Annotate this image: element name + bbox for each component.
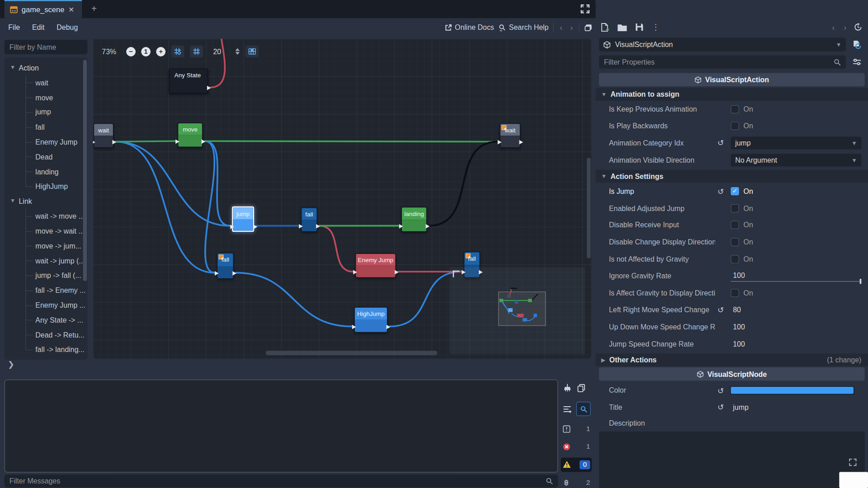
input-port[interactable]	[352, 324, 356, 329]
section-other-actions[interactable]: ▶Other Actions(1 change)	[596, 354, 868, 366]
slider-field[interactable]: 100	[731, 269, 861, 282]
property-tools-icon[interactable]	[849, 55, 864, 68]
save-resource-icon[interactable]	[635, 23, 644, 32]
revert-icon[interactable]: ↺	[717, 187, 724, 196]
snap-distance-value[interactable]: 20	[213, 47, 227, 56]
input-port[interactable]	[175, 139, 179, 144]
link-filter-badge[interactable]: 2	[561, 475, 592, 488]
warning-filter-badge[interactable]: 0	[561, 457, 592, 472]
checkbox[interactable]	[731, 122, 739, 130]
revert-icon[interactable]: ↺	[717, 305, 724, 314]
section-animation-to-assign[interactable]: ▼Animation to assign	[596, 88, 868, 101]
checkbox[interactable]	[731, 255, 739, 263]
sidebar-item-move[interactable]: move	[5, 90, 88, 105]
resource-type-dropdown[interactable]: VisualScriptAction ▼	[599, 38, 846, 52]
graph-node-wait[interactable]: wait	[94, 123, 113, 148]
input-port[interactable]	[498, 140, 502, 144]
checkbox[interactable]	[731, 221, 739, 229]
input-port[interactable]	[299, 224, 303, 228]
tree-section-link[interactable]: ▼Link	[5, 194, 88, 209]
description-textarea[interactable]	[599, 431, 865, 488]
menu-file[interactable]: File	[2, 23, 26, 31]
output-port[interactable]	[395, 270, 399, 274]
sidebar-item-move-wait[interactable]: move -> wait ...	[5, 224, 88, 239]
input-port[interactable]	[215, 271, 219, 275]
sidebar-item-move-jum[interactable]: move -> jum...	[5, 239, 88, 253]
checkbox[interactable]	[731, 105, 739, 113]
filter-by-name-input[interactable]: Filter by Name	[5, 40, 88, 54]
load-resource-icon[interactable]	[617, 23, 627, 31]
revert-icon[interactable]: ↺	[717, 139, 724, 148]
collapse-messages-icon[interactable]	[562, 405, 572, 413]
output-port[interactable]	[232, 271, 236, 275]
output-port[interactable]	[207, 85, 211, 90]
sidebar-item-landing[interactable]: landing	[5, 164, 88, 179]
search-help-button[interactable]: Search Help	[499, 23, 549, 31]
message-filter-badge[interactable]: 1	[561, 422, 592, 436]
expand-graph-icon[interactable]	[580, 4, 591, 15]
expand-description-icon[interactable]	[849, 458, 857, 466]
sidebar-item-fall[interactable]: fall	[5, 120, 88, 135]
tree-section-action[interactable]: ▼Action	[5, 60, 88, 75]
graph-node-any-state[interactable]: Any State	[169, 69, 208, 94]
output-port[interactable]	[426, 224, 430, 228]
output-port[interactable]	[254, 225, 258, 229]
copy-output-icon[interactable]	[577, 383, 586, 393]
value-field[interactable]: 80	[731, 305, 741, 314]
sidebar-item-jump[interactable]: jump	[5, 105, 88, 120]
inspector-forward-icon[interactable]: ›	[842, 23, 848, 32]
tab-game-scene[interactable]: game_scene ✕	[5, 0, 82, 18]
section-action-settings[interactable]: ▼Action Settings	[596, 170, 868, 183]
sidebar-item-jump-fall[interactable]: jump -> fall (...	[5, 268, 88, 283]
snap-grid-toggle[interactable]	[171, 45, 184, 57]
checkbox[interactable]: ✓	[731, 187, 739, 195]
color-swatch[interactable]	[731, 387, 854, 394]
graph-minimap[interactable]	[449, 267, 585, 354]
inspector-back-icon[interactable]: ‹	[830, 23, 836, 32]
graph-node-wait[interactable]: wait	[500, 123, 520, 148]
state-machine-graph[interactable]: 73% − 1 + 20 Any Statewaitmovejumpfallla…	[93, 39, 591, 359]
checkbox[interactable]	[731, 289, 739, 297]
graph-node-fall[interactable]: fall	[301, 207, 317, 232]
value-field[interactable]: jump	[731, 403, 748, 411]
input-port[interactable]	[93, 140, 95, 144]
graph-vertical-scrollbar[interactable]	[587, 158, 591, 258]
value-field[interactable]: 100	[731, 323, 745, 331]
filter-properties-input[interactable]: Filter Properties	[599, 55, 846, 68]
value-field[interactable]: 100	[731, 339, 745, 347]
graph-node-jump[interactable]: jump	[232, 206, 254, 232]
error-filter-badge[interactable]: 1	[561, 440, 592, 454]
sidebar-item-highjump[interactable]: HighJump	[5, 179, 88, 194]
sidebar-item-dead-retu[interactable]: Dead -> Retu...	[5, 328, 88, 343]
snap-spinner[interactable]	[235, 48, 240, 55]
clear-output-icon[interactable]	[562, 383, 572, 393]
dropdown[interactable]: jump▼	[731, 136, 861, 149]
sidebar-item-wait-jump[interactable]: wait -> jump (...	[5, 253, 88, 268]
panels-icon[interactable]	[584, 23, 592, 31]
dropdown[interactable]: No Argument▼	[731, 154, 861, 166]
input-port[interactable]	[399, 224, 403, 228]
zoom-in-button[interactable]: +	[156, 47, 165, 56]
online-docs-button[interactable]: Online Docs	[444, 23, 494, 31]
sidebar-item-enemy-jump[interactable]: Enemy Jump	[5, 135, 88, 150]
inspector-history-icon[interactable]	[854, 23, 863, 32]
minimap-toggle[interactable]	[245, 45, 258, 57]
graph-node-fall[interactable]: fall	[217, 253, 234, 279]
output-port[interactable]	[519, 140, 524, 144]
graph-node-landing[interactable]: landing	[401, 207, 427, 232]
menu-debug[interactable]: Debug	[51, 23, 84, 31]
output-log-area[interactable]	[5, 380, 558, 473]
resource-extra-icon[interactable]	[849, 38, 864, 52]
output-port[interactable]	[316, 224, 320, 228]
graph-node-move[interactable]: move	[178, 123, 203, 147]
new-resource-icon[interactable]	[600, 23, 609, 32]
checkbox[interactable]	[731, 238, 739, 246]
sidebar-scrollbar[interactable]	[83, 60, 87, 281]
resource-options-icon[interactable]: ⋮	[651, 22, 660, 32]
graph-horizontal-scrollbar[interactable]	[266, 351, 438, 355]
checkbox[interactable]	[731, 204, 739, 212]
input-port[interactable]	[230, 225, 234, 229]
sidebar-item-dead[interactable]: Dead	[5, 150, 88, 164]
grid-toggle[interactable]	[190, 45, 203, 57]
menu-edit[interactable]: Edit	[26, 23, 50, 31]
